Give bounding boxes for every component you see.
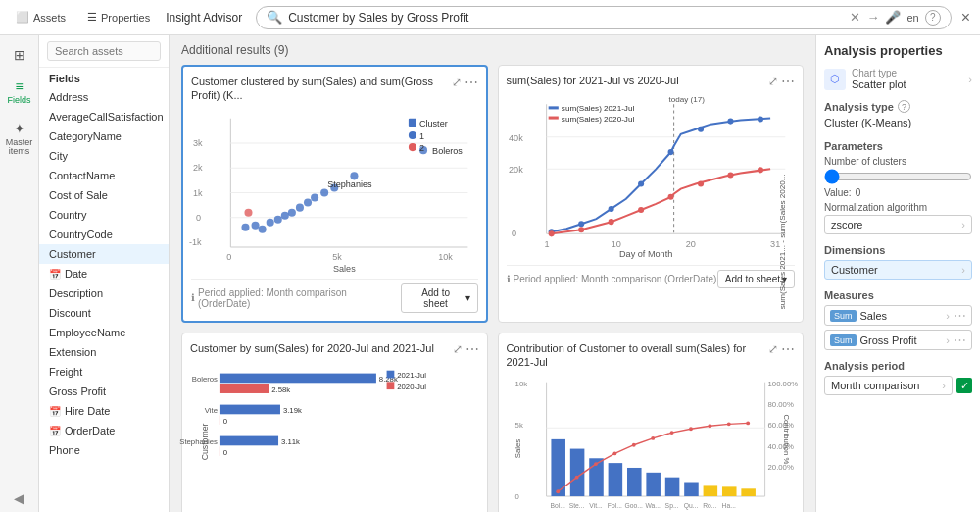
sidebar-icon-master[interactable]: ✦ Master items [0, 113, 38, 164]
svg-text:Ha...: Ha... [721, 502, 735, 509]
svg-text:20: 20 [685, 239, 695, 249]
assets-tab[interactable]: ⬜ Assets [10, 9, 72, 26]
analysis-type-help[interactable]: ? [898, 100, 910, 113]
svg-text:0: 0 [514, 492, 518, 501]
svg-text:Fol...: Fol... [607, 502, 621, 509]
field-Description[interactable]: Description [39, 283, 169, 303]
properties-tab[interactable]: ☰ Properties [81, 9, 156, 26]
add-to-sheet-btn-1[interactable]: Add to sheet ▾ [401, 283, 478, 313]
field-Date[interactable]: 📅Date [39, 264, 169, 283]
svg-point-24 [304, 198, 312, 206]
svg-text:sum(Sales) 2021-Jul: sum(Sales) 2021-Jul [561, 104, 634, 113]
field-HireDate[interactable]: 📅Hire Date [39, 401, 169, 421]
assets-icon: ⬜ [16, 11, 29, 24]
period-select[interactable]: Month comparison › [824, 376, 953, 395]
field-Country[interactable]: Country [39, 205, 169, 225]
lang-selector[interactable]: en [906, 12, 918, 24]
field-Customer[interactable]: Customer [39, 244, 169, 264]
expand-chart-3[interactable]: ⤢ [453, 341, 463, 357]
chart-footer-1: ℹ Period applied: Month comparison (Orde… [191, 287, 401, 309]
field-EmployeeName[interactable]: EmployeeName [39, 323, 169, 342]
search-input[interactable] [288, 11, 844, 25]
svg-rect-88 [220, 446, 220, 456]
clear-search-icon[interactable]: ✕ [850, 10, 860, 25]
more-options-chart-4[interactable]: ⋯ [781, 341, 795, 357]
svg-text:1k: 1k [193, 187, 203, 197]
mic-icon[interactable]: 🎤 [885, 10, 901, 25]
svg-text:Stephanies: Stephanies [179, 437, 218, 446]
svg-text:Ro...: Ro... [703, 502, 716, 509]
num-clusters-slider[interactable] [824, 169, 972, 184]
expand-chart-2[interactable]: ⤢ [768, 74, 778, 89]
close-button[interactable]: × [961, 9, 970, 26]
sidebar-collapse-btn[interactable]: ◀ [14, 485, 24, 512]
svg-text:2.58k: 2.58k [271, 385, 290, 394]
chart-card-1: Customer clustered by sum(Sales) and sum… [181, 65, 488, 323]
dimensions-label: Dimensions [824, 244, 972, 256]
svg-point-16 [241, 223, 249, 230]
svg-point-20 [274, 215, 282, 223]
svg-text:1: 1 [544, 239, 549, 249]
dimension-tag[interactable]: Customer › [824, 260, 972, 280]
more-options-chart-3[interactable]: ⋯ [466, 341, 479, 357]
properties-icon: ☰ [87, 11, 97, 24]
parameters-label: Parameters [824, 140, 972, 152]
field-Phone[interactable]: Phone [39, 440, 169, 460]
svg-point-56 [638, 181, 644, 187]
measure1-arrow: › [946, 310, 950, 322]
field-GrossProfit[interactable]: Gross Profit [39, 382, 169, 401]
svg-rect-110 [627, 468, 642, 496]
field-CostOfSale[interactable]: Cost of Sale [39, 185, 169, 205]
field-CategoryName[interactable]: CategoryName [39, 127, 169, 146]
measure2-more[interactable]: ⋯ [954, 333, 966, 347]
svg-point-35 [409, 131, 416, 139]
period-checkbox[interactable]: ✓ [956, 378, 972, 393]
field-CountryCode[interactable]: CountryCode [39, 225, 169, 244]
svg-text:3.19k: 3.19k [283, 406, 302, 415]
svg-point-119 [594, 462, 598, 466]
arrow-icon[interactable]: → [866, 10, 879, 25]
svg-text:Vite: Vite [205, 406, 218, 415]
field-Extension[interactable]: Extension [39, 342, 169, 362]
svg-point-64 [638, 207, 644, 213]
svg-rect-81 [220, 404, 280, 414]
sidebar-icon-fields[interactable]: ≡ Fields [7, 71, 30, 113]
expand-chart-1[interactable]: ⤢ [452, 75, 462, 90]
field-Freight[interactable]: Freight [39, 362, 169, 382]
svg-point-30 [244, 208, 252, 216]
dimension-value: Customer [831, 264, 878, 276]
search-assets-input[interactable] [47, 41, 161, 61]
svg-point-54 [578, 221, 584, 227]
field-AverageCallSatisfaction[interactable]: AverageCallSatisfaction [39, 107, 169, 127]
measure1-more[interactable]: ⋯ [954, 308, 966, 323]
chart-type-arrow[interactable]: › [968, 74, 972, 85]
svg-rect-76 [220, 373, 376, 383]
field-City[interactable]: City [39, 146, 169, 166]
field-OrderDate[interactable]: 📅OrderDate [39, 421, 169, 440]
help-icon[interactable]: ? [925, 10, 941, 26]
svg-text:100.00%: 100.00% [767, 380, 798, 388]
field-ContactName[interactable]: ContactName [39, 166, 169, 185]
insight-advisor-label: Insight Advisor [166, 11, 242, 25]
norm-algo-select[interactable]: zscore › [824, 215, 972, 234]
star-icon: ✦ [14, 121, 25, 136]
svg-text:Qu...: Qu... [683, 502, 698, 510]
analysis-type-section: Analysis type ? Cluster (K-Means) [824, 100, 972, 130]
svg-point-126 [726, 423, 730, 427]
measure-row-2[interactable]: Sum Gross Profit › ⋯ [824, 330, 972, 350]
field-Discount[interactable]: Discount [39, 303, 169, 323]
svg-text:today (17): today (17) [668, 95, 705, 104]
sidebar-icon-assets[interactable]: ⊞ [14, 39, 25, 71]
svg-rect-113 [684, 483, 699, 497]
svg-point-23 [296, 203, 304, 211]
more-options-chart-1[interactable]: ⋯ [465, 75, 478, 90]
svg-text:Stephanies: Stephanies [327, 179, 372, 189]
more-options-chart-2[interactable]: ⋯ [781, 74, 795, 89]
field-Address[interactable]: Address [39, 87, 169, 107]
measure-row-1[interactable]: Sum Sales › ⋯ [824, 305, 972, 326]
expand-chart-4[interactable]: ⤢ [768, 341, 778, 357]
svg-rect-86 [220, 435, 278, 445]
search-assets-container [39, 35, 169, 68]
fields-panel: Fields Address AverageCallSatisfaction C… [39, 35, 170, 512]
svg-text:Goo...: Goo... [624, 502, 643, 509]
